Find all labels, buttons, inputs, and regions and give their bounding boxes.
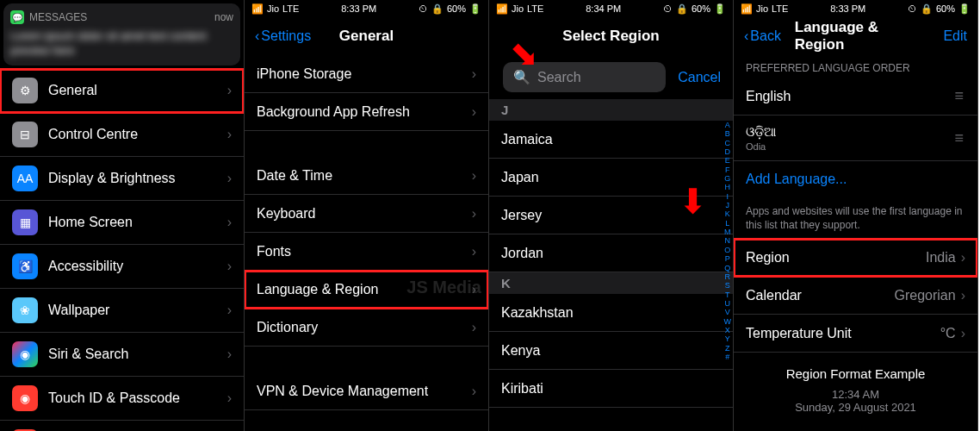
language-region-panel: 📶JioLTE 8:33 PM ⏲🔒60%🔋 ‹Back Language & … [734, 0, 978, 431]
wallpaper-row[interactable]: ❀ Wallpaper › [0, 289, 244, 333]
cancel-button[interactable]: Cancel [673, 70, 726, 85]
grid-icon: ▦ [12, 209, 38, 235]
chevron-right-icon: › [472, 244, 476, 259]
chevron-right-icon: › [227, 215, 232, 230]
iphone-storage-row[interactable]: iPhone Storage› [245, 55, 488, 93]
chevron-right-icon: › [472, 104, 476, 120]
fingerprint-icon: ◉ [12, 385, 38, 411]
siri-icon: ◉ [12, 341, 38, 367]
temperature-row[interactable]: Temperature Unit °C › [734, 315, 977, 353]
switches-icon: ⊟ [12, 122, 38, 147]
section-index-k: K [489, 272, 733, 294]
region-row-kiribati[interactable]: Kiribati [489, 370, 733, 408]
nav-bar: ‹Settings General [245, 17, 488, 55]
region-row-kenya[interactable]: Kenya [489, 332, 733, 370]
accessibility-row[interactable]: ♿ Accessibility › [0, 245, 244, 289]
chevron-left-icon: ‹ [255, 28, 259, 44]
text-size-icon: AA [12, 166, 38, 191]
general-settings-panel: 📶JioLTE 8:33 PM ⏲🔒60%🔋 ‹Settings General… [245, 0, 489, 431]
home-screen-row[interactable]: ▦ Home Screen › [0, 201, 244, 245]
notification-banner[interactable]: 💬 MESSAGES now Lorem ipsum dolor sit ame… [3, 3, 240, 66]
date-time-row[interactable]: Date & Time› [245, 157, 488, 195]
region-row-kazakhstan[interactable]: Kazakhstan [489, 294, 733, 332]
status-bar: 📶JioLTE 8:33 PM ⏲🔒60%🔋 [245, 0, 488, 17]
control-centre-row[interactable]: ⊟ Control Centre › [0, 113, 244, 157]
chevron-right-icon: › [472, 206, 476, 222]
vpn-row[interactable]: VPN & Device Management› [245, 372, 488, 410]
region-format-example: Region Format Example 12:34 AM Sunday, 2… [734, 353, 977, 428]
page-title: General [339, 28, 394, 45]
notif-app-name: MESSAGES [29, 11, 87, 23]
calendar-row[interactable]: Calendar Gregorian › [734, 277, 977, 315]
chevron-right-icon: › [961, 250, 965, 265]
edit-button[interactable]: Edit [943, 28, 967, 44]
messages-icon: 💬 [10, 10, 24, 24]
section-index-j: J [489, 99, 733, 121]
chevron-right-icon: › [227, 171, 232, 186]
chevron-right-icon: › [472, 320, 476, 335]
siri-search-row[interactable]: ◉ Siri & Search › [0, 333, 244, 377]
chevron-left-icon: ‹ [744, 28, 748, 44]
language-row-english[interactable]: English ≡ [734, 78, 977, 116]
fonts-row[interactable]: Fonts› [245, 233, 488, 271]
chevron-right-icon: › [472, 66, 476, 82]
page-title: Select Region [562, 28, 659, 45]
section-footer: Apps and websites will use the first lan… [734, 197, 977, 239]
back-button[interactable]: ‹Back [744, 28, 781, 44]
status-bar: 📶JioLTE 8:33 PM ⏲🔒60%🔋 [734, 0, 977, 17]
chevron-right-icon: › [472, 384, 476, 399]
add-language-button[interactable]: Add Language... [734, 161, 977, 197]
chevron-right-icon: › [472, 168, 476, 184]
page-title: Language & Region [795, 19, 917, 53]
chevron-right-icon: › [961, 288, 965, 303]
region-row-jordan[interactable]: Jordan [489, 234, 733, 272]
display-brightness-row[interactable]: AA Display & Brightness › [0, 157, 244, 201]
region-row[interactable]: Region India › [734, 239, 977, 277]
chevron-right-icon: › [472, 282, 476, 297]
region-row-jamaica[interactable]: Jamaica [489, 121, 733, 159]
chevron-right-icon: › [227, 390, 232, 406]
gear-icon: ⚙ [12, 78, 38, 103]
chevron-right-icon: › [227, 259, 232, 274]
chevron-right-icon: › [961, 326, 965, 341]
wallpaper-icon: ❀ [12, 297, 38, 323]
back-button[interactable]: ‹Settings [255, 28, 311, 44]
accessibility-icon: ♿ [12, 253, 38, 279]
settings-main-panel: 💬 MESSAGES now Lorem ipsum dolor sit ame… [0, 0, 245, 431]
notif-content: Lorem ipsum dolor sit amet text content … [10, 29, 233, 59]
dictionary-row[interactable]: Dictionary› [245, 309, 488, 347]
chevron-right-icon: › [227, 303, 232, 318]
language-row-odia[interactable]: ଓଡ଼ିଆ Odia ≡ [734, 116, 977, 161]
keyboard-row[interactable]: Keyboard› [245, 195, 488, 233]
background-refresh-row[interactable]: Background App Refresh› [245, 93, 488, 131]
select-region-panel: 📶JioLTE 8:34 PM ⏲🔒60%🔋 Select Region ➡ 🔍… [489, 0, 734, 431]
chevron-right-icon: › [227, 127, 232, 142]
general-row[interactable]: ⚙ General › [0, 69, 244, 113]
status-bar: 📶JioLTE 8:34 PM ⏲🔒60%🔋 [489, 0, 733, 17]
language-region-row[interactable]: Language & Region› JS Media [245, 271, 488, 309]
chevron-right-icon: › [227, 347, 232, 362]
drag-handle-icon[interactable]: ≡ [954, 92, 965, 99]
chevron-right-icon: › [227, 83, 232, 98]
touchid-row[interactable]: ◉ Touch ID & Passcode › [0, 377, 244, 421]
notif-timestamp: now [214, 11, 233, 23]
drag-handle-icon[interactable]: ≡ [954, 134, 965, 141]
sos-row[interactable]: SOS Emergency SOS › [0, 421, 244, 431]
nav-bar: ‹Back Language & Region Edit [734, 17, 977, 55]
section-header: Preferred Language Order [734, 55, 977, 78]
alphabet-index[interactable]: ABCDEFGHIJKLMNOPQRSTUVWXYZ# [724, 121, 732, 361]
annotation-arrow-icon: ➡ [674, 186, 714, 216]
